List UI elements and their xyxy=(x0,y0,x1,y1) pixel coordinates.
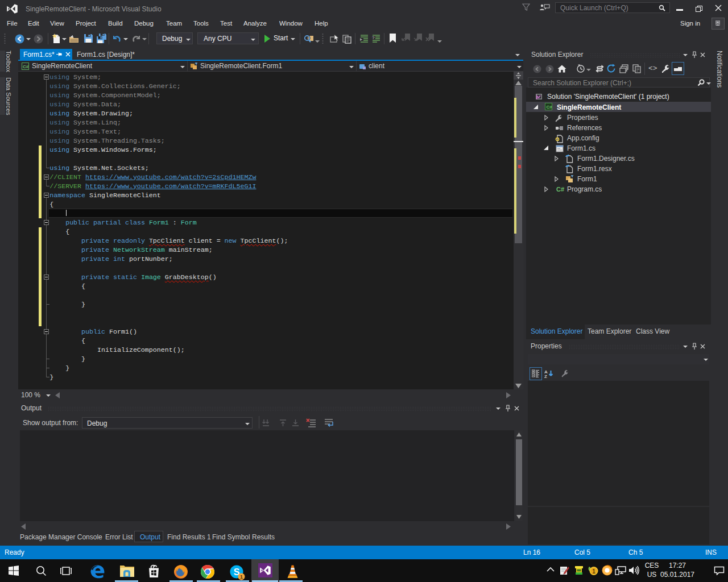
svg-text:1: 1 xyxy=(592,568,595,575)
svg-text:Z: Z xyxy=(544,374,547,379)
svg-text:1: 1 xyxy=(240,574,243,580)
svg-text:?: ? xyxy=(372,35,375,40)
